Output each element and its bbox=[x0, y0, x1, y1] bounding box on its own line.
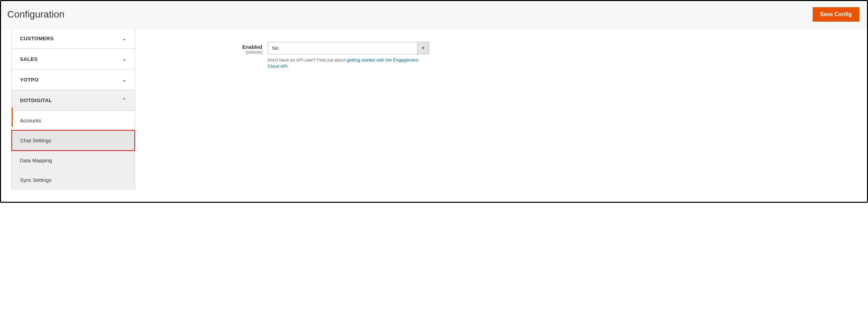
enabled-field-label: Enabled bbox=[238, 44, 262, 50]
subtab-chat-settings[interactable]: Chat Settings bbox=[11, 130, 135, 151]
config-main: Enabled [website] No ▼ Don't have an API… bbox=[135, 28, 867, 201]
chevron-down-icon: ⌄ bbox=[122, 35, 126, 42]
enabled-field-scope: [website] bbox=[238, 50, 262, 55]
save-config-button[interactable]: Save Config bbox=[813, 7, 859, 22]
subtab-label: Sync Settings bbox=[20, 177, 52, 183]
subtab-data-mapping[interactable]: Data Mapping bbox=[12, 151, 135, 170]
field-control: No ▼ Don't have an API user? Find out ab… bbox=[268, 42, 429, 69]
subtab-accounts[interactable]: Accounts bbox=[12, 111, 135, 130]
app-frame: Configuration Save Config CUSTOMERS ⌄ SA… bbox=[0, 0, 868, 203]
subtab-label: Accounts bbox=[20, 118, 41, 123]
subtab-sync-settings[interactable]: Sync Settings bbox=[12, 170, 135, 190]
page-body: CUSTOMERS ⌄ SALES ⌄ YOTPO ⌄ DOTDIGITAL ⌃… bbox=[1, 28, 867, 201]
chevron-down-icon: ⌄ bbox=[122, 56, 126, 62]
page-header: Configuration Save Config bbox=[1, 1, 867, 28]
page-title: Configuration bbox=[7, 9, 65, 20]
enabled-select[interactable]: No ▼ bbox=[268, 42, 429, 54]
chevron-down-icon: ⌄ bbox=[122, 76, 126, 83]
subtab-label: Data Mapping bbox=[20, 157, 52, 163]
sidebar-tab-customers[interactable]: CUSTOMERS ⌄ bbox=[11, 28, 135, 49]
subtab-label: Chat Settings bbox=[20, 138, 51, 143]
field-label-wrap: Enabled [website] bbox=[238, 42, 262, 55]
help-text-prefix: Don't have an API user? Find out about bbox=[268, 57, 347, 63]
sidebar-tab-label: DOTDIGITAL bbox=[20, 97, 52, 103]
enabled-select-value: No bbox=[268, 42, 417, 54]
enabled-field-row: Enabled [website] No ▼ Don't have an API… bbox=[238, 42, 846, 69]
dropdown-arrow-icon: ▼ bbox=[417, 42, 429, 54]
help-text-suffix: . bbox=[288, 64, 289, 69]
sidebar-tab-dotdigital[interactable]: DOTDIGITAL ⌃ bbox=[11, 90, 135, 111]
sidebar-tab-label: YOTPO bbox=[20, 77, 38, 82]
chevron-up-icon: ⌃ bbox=[122, 97, 126, 103]
config-sidebar: CUSTOMERS ⌄ SALES ⌄ YOTPO ⌄ DOTDIGITAL ⌃… bbox=[11, 28, 135, 201]
sidebar-tab-yotpo[interactable]: YOTPO ⌄ bbox=[11, 69, 135, 90]
dotdigital-subtabs: Accounts Chat Settings Data Mapping Sync… bbox=[11, 111, 135, 190]
sidebar-tab-label: SALES bbox=[20, 56, 38, 62]
sidebar-tab-sales[interactable]: SALES ⌄ bbox=[11, 49, 135, 69]
sidebar-tab-label: CUSTOMERS bbox=[20, 35, 54, 41]
enabled-help-text: Don't have an API user? Find out about g… bbox=[268, 57, 429, 69]
